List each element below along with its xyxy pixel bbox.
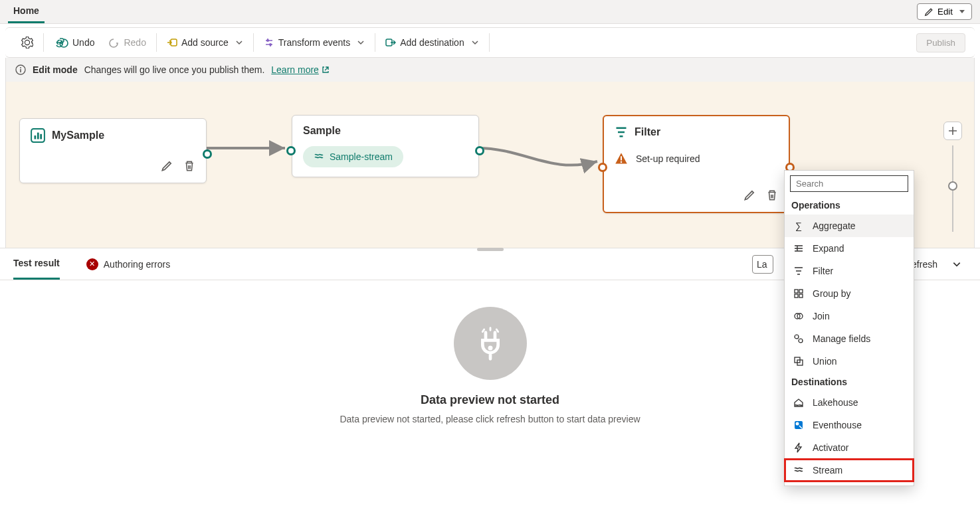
node-title: Filter xyxy=(635,126,660,138)
setup-required-row: Set-up required xyxy=(615,148,779,172)
node-sample[interactable]: Sample Sample-stream xyxy=(292,115,479,177)
trash-icon xyxy=(766,189,778,201)
add-menu: Operations ∑ Aggregate Expand Filter Gro… xyxy=(784,170,914,486)
add-source-icon xyxy=(167,37,177,48)
menu-item-eventhouse[interactable]: Eventhouse xyxy=(785,414,914,436)
menu-search-input[interactable] xyxy=(790,175,908,192)
svg-point-25 xyxy=(796,422,799,426)
svg-rect-11 xyxy=(621,156,622,160)
resize-handle[interactable] xyxy=(477,248,504,251)
zoom-in-button[interactable] xyxy=(943,122,962,140)
svg-rect-17 xyxy=(799,294,803,298)
lakehouse-icon xyxy=(793,396,805,408)
add-source-button[interactable]: Add source xyxy=(163,33,247,52)
pencil-icon xyxy=(161,160,173,172)
plug-icon xyxy=(472,325,509,362)
gear-icon xyxy=(21,37,33,48)
redo-button[interactable]: Redo xyxy=(105,33,149,52)
node-mysample[interactable]: MySample xyxy=(19,118,207,183)
redo-label: Redo xyxy=(124,37,146,48)
caret-down-icon xyxy=(959,10,965,14)
add-destination-icon xyxy=(385,37,396,48)
edit-node-button[interactable] xyxy=(741,187,758,204)
output-port[interactable] xyxy=(475,146,484,155)
external-link-icon xyxy=(322,66,330,74)
error-badge-icon: ✕ xyxy=(86,258,98,270)
last-dropdown[interactable]: La xyxy=(752,255,773,274)
svg-point-12 xyxy=(621,161,623,163)
node-title: Sample xyxy=(303,125,341,137)
warn-text: Set-up required xyxy=(636,153,700,164)
stream-icon xyxy=(314,151,324,162)
learn-more-link[interactable]: Learn more xyxy=(271,64,330,75)
warning-icon xyxy=(615,152,628,165)
edit-node-button[interactable] xyxy=(158,157,175,175)
refresh-partial[interactable]: efresh xyxy=(912,259,937,270)
add-destination-button[interactable]: Add destination xyxy=(381,33,483,52)
edit-mode-desc: Changes will go live once you publish th… xyxy=(84,64,265,75)
node-title: MySample xyxy=(52,130,104,141)
output-port[interactable] xyxy=(203,149,212,159)
menu-item-filter[interactable]: Filter xyxy=(785,260,914,282)
activator-icon xyxy=(793,442,805,454)
settings-button[interactable] xyxy=(17,33,37,52)
ribbon-tab-home[interactable]: Home xyxy=(8,0,45,23)
menu-item-aggregate[interactable]: ∑ Aggregate xyxy=(785,215,914,237)
menu-item-groupby[interactable]: Group by xyxy=(785,282,914,305)
chevron-down-icon xyxy=(235,39,243,46)
transform-label: Transform events xyxy=(278,37,350,48)
zoom-thumb[interactable] xyxy=(948,181,957,191)
pencil-icon xyxy=(924,7,933,17)
tab-test-result[interactable]: Test result xyxy=(13,248,60,280)
stream-label: Sample-stream xyxy=(330,151,393,162)
manage-icon xyxy=(793,333,805,345)
menu-head-destinations: Destinations xyxy=(785,373,914,391)
chart-icon xyxy=(31,128,45,143)
edit-button-label: Edit xyxy=(937,7,953,17)
svg-point-13 xyxy=(488,346,492,351)
publish-button[interactable]: Publish xyxy=(916,33,965,52)
plug-illustration xyxy=(454,307,527,380)
menu-item-stream[interactable]: Stream xyxy=(785,459,914,482)
menu-item-expand[interactable]: Expand xyxy=(785,237,914,260)
sigma-icon: ∑ xyxy=(793,220,805,232)
ribbon: Home Edit xyxy=(0,0,980,24)
filter-icon xyxy=(793,265,805,277)
input-port[interactable] xyxy=(598,163,607,172)
delete-node-button[interactable] xyxy=(763,187,781,204)
expand-icon xyxy=(793,242,805,254)
edit-mode-banner: Edit mode Changes will go live once you … xyxy=(5,58,975,82)
stream-icon xyxy=(793,464,805,476)
svg-rect-10 xyxy=(40,134,42,139)
menu-item-manage-fields[interactable]: Manage fields xyxy=(785,327,914,350)
node-filter[interactable]: Filter Set-up required xyxy=(603,115,790,213)
add-source-label: Add source xyxy=(181,37,229,48)
transform-icon xyxy=(264,37,274,48)
stream-pill[interactable]: Sample-stream xyxy=(303,146,403,167)
menu-item-union[interactable]: Union xyxy=(785,350,914,373)
chevron-down-icon xyxy=(471,39,479,46)
chevron-down-icon[interactable] xyxy=(952,260,961,269)
plus-icon xyxy=(948,126,957,135)
svg-point-1 xyxy=(266,39,269,42)
undo-label: Undo xyxy=(72,37,94,48)
menu-item-lakehouse[interactable]: Lakehouse xyxy=(785,391,914,414)
chevron-down-icon xyxy=(357,39,365,46)
trash-icon xyxy=(183,160,195,172)
join-icon xyxy=(793,310,805,322)
undo-button[interactable]: Undo xyxy=(50,33,98,52)
svg-rect-8 xyxy=(35,135,37,139)
transform-events-button[interactable]: Transform events xyxy=(260,33,369,52)
toolbar: Undo Redo Add source Transform events Ad… xyxy=(5,27,975,58)
svg-rect-6 xyxy=(20,69,21,72)
edit-button[interactable]: Edit xyxy=(917,3,972,20)
edit-mode-label: Edit mode xyxy=(33,64,78,75)
tab-authoring-errors[interactable]: ✕ Authoring errors xyxy=(86,248,170,280)
menu-item-activator[interactable]: Activator xyxy=(785,436,914,459)
menu-item-join[interactable]: Join xyxy=(785,305,914,327)
menu-head-operations: Operations xyxy=(785,196,914,215)
info-icon xyxy=(15,64,26,75)
delete-node-button[interactable] xyxy=(181,157,198,175)
input-port[interactable] xyxy=(286,146,296,155)
preview-empty-title: Data preview not started xyxy=(421,393,559,407)
